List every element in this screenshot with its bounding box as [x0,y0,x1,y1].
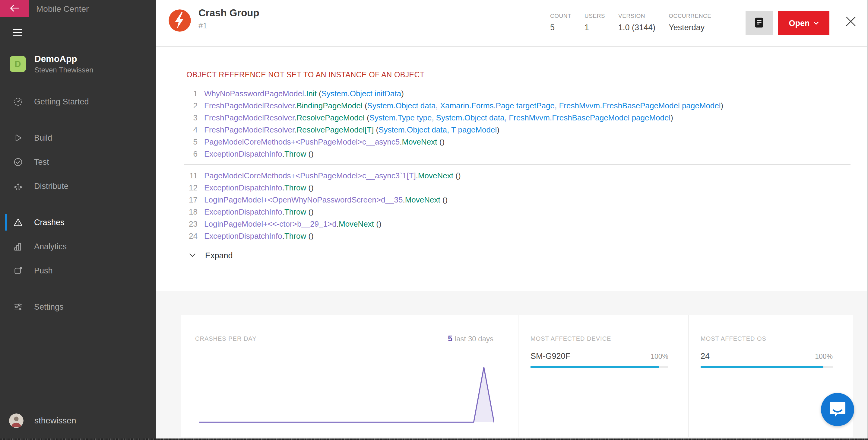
frame-number: 2 [184,101,197,111]
sidebar-item-getting-started[interactable]: Getting Started [0,90,156,114]
app-window: Mobile Center D DemoApp Steven Thewissen… [0,0,868,440]
sidebar-item-crashes[interactable]: Crashes [0,210,156,234]
chat-bubble-icon [828,400,847,419]
stat-value: 5 [550,23,571,32]
frame-number: 18 [184,207,197,217]
note-icon [752,16,766,31]
os-percent: 100% [815,352,833,361]
frame-number: 12 [184,183,197,193]
sliders-icon [13,302,23,312]
os-version: 24 [701,352,710,361]
frame-number: 6 [184,149,197,159]
frame-number: 24 [184,232,197,241]
frame-text: ExceptionDispatchInfo.Throw () [204,149,314,159]
sidebar-item-push[interactable]: Push [0,259,156,283]
crashes-chart [199,366,494,424]
frame-text: FreshPageModelResolver.ResolvePageModel[… [204,125,499,135]
sidebar-item-label: Settings [34,302,64,312]
frame-number: 11 [184,171,197,180]
window-edge [867,0,868,440]
warning-triangle-icon [13,217,23,228]
stack-frame: 18ExceptionDispatchInfo.Throw () [184,206,850,218]
close-icon [844,15,858,29]
error-title: OBJECT REFERENCE NOT SET TO AN INSTANCE … [186,70,850,79]
expand-label: Expand [205,251,233,260]
stat-occurrence: OCCURRENCEYesterday [669,13,711,32]
app-avatar: D [10,56,26,72]
frame-number: 23 [184,219,197,229]
device-percent: 100% [651,352,668,361]
sidebar-item-label: Push [34,266,53,275]
main-content: Crash Group #1 COUNT5USERS1VERSION1.0 (3… [156,0,868,440]
sidebar-nav: Getting StartedBuildTestDistributeCrashe… [0,90,156,319]
stack-frame: 17LoginPageModel+<OpenWhyNoPasswordScree… [184,194,850,206]
stack-divider [184,164,850,165]
crashes-per-day-section: CRASHES PER DAY 5last 30 days [181,315,518,437]
frame-number: 3 [184,113,197,122]
stat-version: VERSION1.0 (3144) [618,13,655,32]
frame-text: LoginPageModel+<<-ctor>b__29_1>d.MoveNex… [204,219,381,229]
menu-icon[interactable] [13,29,22,36]
crash-detail-panel: OBJECT REFERENCE NOT SET TO AN INSTANCE … [156,47,868,291]
annotation-button[interactable] [746,11,773,35]
project-owner: Steven Thewissen [34,66,93,74]
device-progress-bar [530,366,659,368]
user-name: sthewissen [34,416,76,426]
sidebar-item-label: Distribute [34,182,68,191]
stack-frame: 4FreshPageModelResolver.ResolvePageModel… [184,124,850,136]
stack-frame: 1WhyNoPasswordPageModel.Init (System.Obj… [184,88,850,99]
app-title: Mobile Center [36,4,89,14]
gauge-icon [13,96,23,107]
frame-text: ExceptionDispatchInfo.Throw () [204,207,314,217]
stack-frame: 5PageModelCoreMethods+<PushPageModel>c__… [184,136,850,148]
stat-value: 1.0 (3144) [618,23,655,32]
device-progress-track [530,366,668,368]
stat-count: COUNT5 [550,13,571,32]
play-icon [13,133,23,143]
stat-users: USERS1 [585,13,605,32]
sidebar-item-label: Crashes [34,218,65,227]
sidebar-item-build[interactable]: Build [0,126,156,150]
sidebar: Mobile Center D DemoApp Steven Thewissen… [0,0,156,440]
header-stats: COUNT5USERS1VERSION1.0 (3144)OCCURRENCEY… [550,13,724,32]
stack-frame: 24ExceptionDispatchInfo.Throw () [184,230,850,242]
frame-number: 4 [184,125,197,135]
stat-value: Yesterday [669,23,711,32]
frame-text: FreshPageModelResolver.ResolvePageModel … [204,113,673,122]
sidebar-item-label: Test [34,157,49,167]
metrics-band: CRASHES PER DAY 5last 30 days MOST AFFEC… [156,291,868,440]
device-name: SM-G920F [530,352,570,361]
clipped-axis-labels [0,439,868,440]
project-selector[interactable]: D DemoApp Steven Thewissen [10,54,93,74]
stack-frame: 11PageModelCoreMethods+<PushPageModel>c_… [184,170,850,182]
os-progress-track [701,366,833,368]
page-header: Crash Group #1 COUNT5USERS1VERSION1.0 (3… [156,0,868,47]
stack-frame: 12ExceptionDispatchInfo.Throw () [184,182,850,194]
user-menu[interactable]: sthewissen [9,413,76,428]
chart-summary: 5last 30 days [448,334,493,344]
stat-label: OCCURRENCE [669,13,711,19]
metric-title: MOST AFFECTED DEVICE [530,335,611,342]
back-arrow-icon [9,4,20,14]
check-circle-icon [13,157,23,167]
sidebar-item-test[interactable]: Test [0,150,156,174]
crash-group-number: #1 [198,21,259,30]
project-name: DemoApp [34,54,93,64]
sidebar-item-settings[interactable]: Settings [0,295,156,319]
sidebar-item-distribute[interactable]: Distribute [0,174,156,198]
chevron-down-icon [189,253,196,259]
back-button[interactable] [0,0,29,17]
frame-text: ExceptionDispatchInfo.Throw () [204,232,314,241]
stack-frame: 6ExceptionDispatchInfo.Throw () [184,148,850,160]
sidebar-item-analytics[interactable]: Analytics [0,234,156,259]
status-dropdown-button[interactable]: Open [778,11,829,35]
close-button[interactable] [844,15,858,29]
chart-title: CRASHES PER DAY [195,335,257,342]
frame-number: 5 [184,137,197,147]
frame-text: PageModelCoreMethods+<PushPageModel>c__a… [204,137,444,147]
sidebar-item-label: Getting Started [34,97,89,107]
page-title: Crash Group [198,7,259,19]
chat-button[interactable] [821,393,854,426]
stat-label: VERSION [618,13,655,19]
expand-toggle[interactable]: Expand [189,251,850,260]
